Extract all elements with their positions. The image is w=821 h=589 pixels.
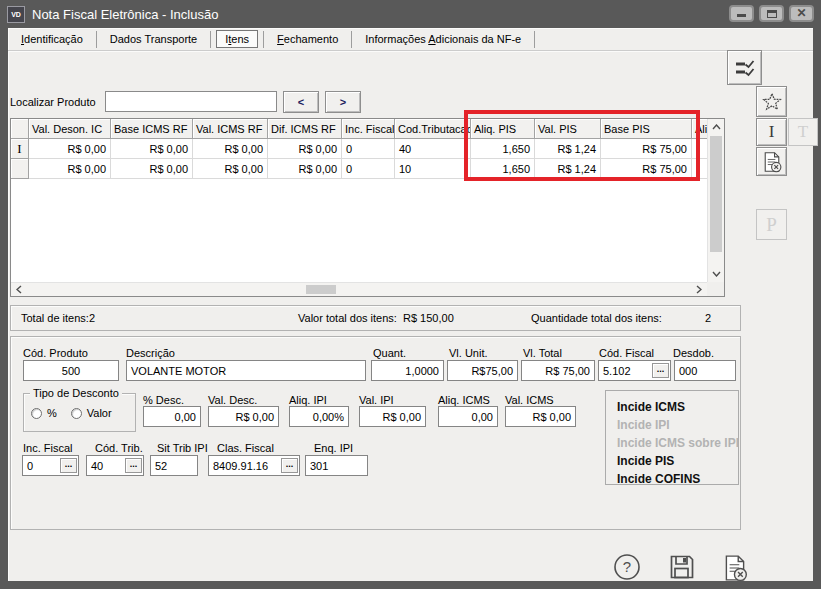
letter-i-button[interactable]: I [756, 118, 787, 146]
aliq-icms-field[interactable]: 0,00 [438, 406, 498, 427]
cod-trib-lookup-button[interactable]: ... [125, 458, 142, 473]
cod-fiscal-field[interactable]: 5.102 ... [598, 360, 671, 381]
col-header-dif-icms-rf[interactable]: Dif. ICMS RF [268, 119, 342, 139]
vertical-scroll-thumb[interactable] [710, 136, 722, 252]
maximize-button[interactable] [759, 5, 784, 22]
scroll-up-arrow[interactable] [708, 119, 724, 135]
letter-p-icon: P [766, 214, 777, 236]
aliq-ipi-label: Aliq. IPI [289, 394, 327, 406]
row-selector[interactable] [11, 159, 29, 179]
localizar-produto-input[interactable] [105, 91, 277, 112]
val-icms-field[interactable]: R$ 0,00 [505, 406, 576, 427]
descricao-field[interactable]: VOLANTE MOTOR [126, 360, 366, 381]
tab-identificacao[interactable]: Identificação [8, 31, 97, 48]
col-header-val-pis[interactable]: Val. PIS [535, 119, 601, 139]
pct-desc-label: % Desc. [143, 394, 184, 406]
cell[interactable]: R$ 0,00 [29, 159, 111, 179]
previous-item-button[interactable]: < [283, 91, 319, 113]
tab-fechamento[interactable]: Fechamento [264, 31, 352, 48]
tab-itens[interactable]: Itens [211, 31, 264, 48]
vl-unit-field[interactable]: R$75,00 [447, 360, 518, 381]
cell[interactable]: R$ 75,00 [601, 139, 692, 159]
pct-desc-field[interactable]: 0,00 [143, 406, 201, 427]
sit-trib-ipi-label: Sit Trib IPI [157, 442, 208, 454]
letter-t-button[interactable]: T [788, 118, 818, 146]
total-items-value: 2 [89, 312, 95, 324]
scroll-left-arrow[interactable] [11, 283, 27, 296]
cell[interactable]: R$ 0,00 [111, 159, 193, 179]
radio-valor[interactable]: Valor [71, 407, 112, 419]
tab-dados-transporte[interactable]: Dados Transporte [97, 31, 211, 48]
vl-unit-label: Vl. Unit. [449, 347, 488, 359]
cell[interactable] [692, 159, 707, 179]
checklist-button[interactable] [727, 50, 762, 85]
inc-fiscal-lookup-button[interactable]: ... [60, 458, 77, 473]
close-button[interactable]: ✕ [789, 5, 814, 22]
cell[interactable]: R$ 1,24 [535, 139, 601, 159]
cell[interactable] [692, 139, 707, 159]
quant-field[interactable]: 1,0000 [371, 360, 444, 381]
cell[interactable]: R$ 0,00 [29, 139, 111, 159]
desdob-field[interactable]: 000 [674, 360, 736, 381]
cell[interactable]: 40 [395, 139, 471, 159]
vl-total-field[interactable]: R$ 75,00 [521, 360, 595, 381]
cell[interactable]: R$ 0,00 [111, 139, 193, 159]
seal-button[interactable] [756, 86, 787, 117]
total-qty-label: Quantidade total dos itens: [531, 312, 662, 324]
val-desc-field[interactable]: R$ 0,00 [208, 406, 279, 427]
cell[interactable]: R$ 75,00 [601, 159, 692, 179]
cod-fiscal-lookup-button[interactable]: ... [652, 363, 669, 378]
cell[interactable]: 1,650 [471, 139, 535, 159]
cell[interactable]: 0 [342, 159, 395, 179]
col-header-cod-tributacao[interactable]: Cod.Tributacao [395, 119, 471, 139]
col-header-aliq-pis[interactable]: Aliq. PIS [471, 119, 535, 139]
grid-horizontal-scrollbar[interactable] [11, 282, 707, 296]
save-button[interactable] [667, 552, 697, 582]
col-header-val-icms-rf[interactable]: Val. ICMS RF [193, 119, 268, 139]
col-header-base-pis[interactable]: Base PIS [601, 119, 692, 139]
radio-valor-circle[interactable] [71, 408, 82, 419]
col-header-base-icms-rf[interactable]: Base ICMS RF [111, 119, 193, 139]
grid-vertical-scrollbar[interactable] [707, 119, 724, 282]
client-area: Identificação Dados Transporte Itens Fec… [8, 28, 813, 581]
cod-trib-field[interactable]: 40 ... [86, 455, 144, 476]
radio-percent-circle[interactable] [31, 408, 42, 419]
enq-ipi-field[interactable]: 301 [305, 455, 368, 476]
grid-row-1[interactable]: I R$ 0,00 R$ 0,00 R$ 0,00 R$ 0,00 0 40 1… [11, 139, 707, 159]
delete-item-button[interactable] [756, 147, 787, 176]
scrollbar-corner [707, 282, 724, 296]
val-ipi-field[interactable]: R$ 0,00 [359, 406, 426, 427]
minimize-button[interactable] [729, 5, 754, 22]
cell[interactable]: R$ 0,00 [268, 159, 342, 179]
val-desc-label: Val. Desc. [208, 394, 257, 406]
cod-produto-field[interactable]: 500 [23, 360, 119, 381]
clas-fiscal-field[interactable]: 8409.91.16 ... [208, 455, 300, 476]
letter-p-button[interactable]: P [756, 209, 787, 240]
cell[interactable]: 0 [342, 139, 395, 159]
sit-trib-ipi-field[interactable]: 52 [150, 455, 198, 476]
scroll-right-arrow[interactable] [691, 283, 707, 296]
cell[interactable]: R$ 0,00 [193, 139, 268, 159]
cell[interactable]: 1,650 [471, 159, 535, 179]
clas-fiscal-lookup-button[interactable]: ... [281, 458, 298, 473]
horizontal-scroll-thumb[interactable] [306, 285, 336, 294]
next-item-button[interactable]: > [325, 91, 361, 113]
tab-informacoes-adicionais[interactable]: Informações Adicionais da NF-e [352, 31, 535, 48]
col-header-val-deson-ic[interactable]: Val. Deson. IC [29, 119, 111, 139]
val-icms-label: Val. ICMS [505, 394, 554, 406]
row-selector-current[interactable]: I [11, 139, 29, 159]
scroll-down-arrow[interactable] [708, 266, 724, 282]
col-header-aliq-c[interactable]: Aliq. C [692, 119, 707, 139]
cell[interactable]: R$ 1,24 [535, 159, 601, 179]
col-header-inc-fiscal[interactable]: Inc. Fiscal [342, 119, 395, 139]
cell[interactable]: 10 [395, 159, 471, 179]
cell[interactable]: R$ 0,00 [193, 159, 268, 179]
cell[interactable]: R$ 0,00 [268, 139, 342, 159]
grid-row-2[interactable]: R$ 0,00 R$ 0,00 R$ 0,00 R$ 0,00 0 10 1,6… [11, 159, 707, 179]
help-button[interactable]: ? [612, 552, 642, 582]
aliq-ipi-field[interactable]: 0,00% [289, 406, 349, 427]
radio-percent[interactable]: % [31, 407, 57, 419]
inc-fiscal-field[interactable]: 0 ... [22, 455, 79, 476]
help-icon: ? [613, 553, 641, 581]
delete-note-button[interactable] [720, 553, 750, 583]
